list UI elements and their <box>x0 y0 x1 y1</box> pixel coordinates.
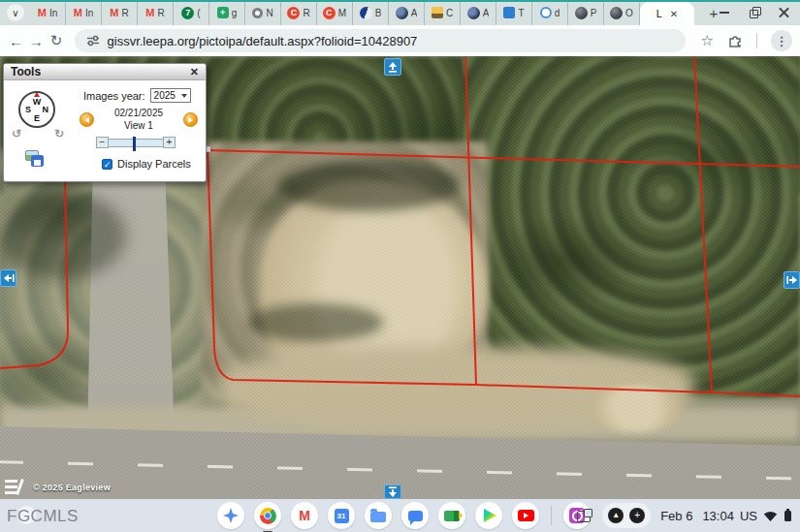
zoom-slider-track[interactable] <box>109 139 163 147</box>
tab-title: A <box>411 8 418 18</box>
gmail-favicon: M <box>145 7 154 18</box>
launcher-button[interactable] <box>217 502 244 529</box>
tab[interactable]: B <box>353 0 389 25</box>
window-controls <box>719 0 790 25</box>
tab-title: g <box>232 8 238 18</box>
tab-list: MIn MIn MR MR 7( +g N CR CM B A C A T d … <box>30 0 694 25</box>
restore-button[interactable] <box>749 7 760 18</box>
minimize-button[interactable] <box>719 7 730 18</box>
compass-letter-top: W <box>33 97 42 107</box>
year-value: 2025 <box>154 90 176 101</box>
rotate-left-icon[interactable]: ↺ <box>12 127 21 141</box>
capture-date: 02/21/2025 <box>114 108 163 120</box>
site-info-icon[interactable] <box>86 34 100 47</box>
compass-rose[interactable]: W S N E ↺ ↻ <box>16 88 60 133</box>
forward-button[interactable]: → <box>28 33 45 49</box>
tab-title: R <box>157 8 164 18</box>
zoom-slider-handle[interactable] <box>133 137 136 151</box>
pan-right-button[interactable] <box>784 271 800 289</box>
tab-title: In <box>49 8 57 18</box>
screen-capture-icon[interactable] <box>577 509 592 522</box>
tab[interactable]: T <box>496 0 532 25</box>
tab[interactable]: d <box>532 0 568 25</box>
chat-app-button[interactable] <box>401 502 429 529</box>
tab-search-button[interactable]: ∨ <box>7 4 24 21</box>
tab-strip: ∨ MIn MIn MR MR 7( +g N CR CM B A C A T … <box>0 0 800 25</box>
eagleview-logo <box>5 480 28 494</box>
url-text: gissvr.leepa.org/pictoipa/default.aspx?f… <box>108 34 418 48</box>
active-tab[interactable]: L ✕ <box>640 2 694 25</box>
tab[interactable]: O <box>604 0 640 25</box>
close-window-button[interactable] <box>779 7 790 18</box>
calendar-app-button[interactable]: 31 <box>328 502 355 529</box>
input-method-indicator: US <box>740 509 757 523</box>
chrome-app-button[interactable] <box>254 502 281 529</box>
tab[interactable]: A <box>461 0 496 25</box>
tab-title: N <box>266 8 272 18</box>
save-image-button[interactable] <box>25 150 45 168</box>
tab[interactable]: +g <box>209 0 245 25</box>
extensions-icon[interactable] <box>727 33 743 48</box>
browser-window: ∨ MIn MIn MR MR 7( +g N CR CM B A C A T … <box>0 0 800 532</box>
tab-title: P <box>591 8 597 18</box>
compass-letter-right: N <box>43 105 49 114</box>
pan-down-button[interactable] <box>384 485 401 499</box>
system-tray[interactable]: 13:04 US <box>702 509 792 523</box>
browser-menu-button[interactable]: ⋮ <box>771 30 792 51</box>
play-triangle-icon <box>484 509 496 522</box>
year-select[interactable]: 2025 <box>150 88 191 103</box>
tab-title: In <box>85 8 93 18</box>
browser-toolbar: ← → ↻ gissvr.leepa.org/pictoipa/default.… <box>0 25 800 56</box>
chevron-down-icon: ∨ <box>12 8 18 18</box>
display-parcels-checkbox[interactable]: ✓ <box>102 159 112 170</box>
doc-favicon <box>503 7 515 18</box>
play-store-app-button[interactable] <box>475 502 502 529</box>
youtube-app-button[interactable] <box>512 502 539 529</box>
display-parcels-row: ✓ Display Parcels <box>102 158 191 170</box>
tab[interactable]: MIn <box>66 0 102 25</box>
compass-letter-bottom: E <box>34 113 40 123</box>
tab[interactable]: CR <box>281 0 317 25</box>
tab[interactable]: MR <box>138 0 174 25</box>
bookmark-star-icon[interactable]: ☆ <box>701 32 714 49</box>
gmail-app-button[interactable]: M <box>291 502 318 529</box>
youtube-icon <box>518 510 534 521</box>
zoom-out-button[interactable]: − <box>96 137 109 148</box>
tab[interactable]: A <box>389 0 425 25</box>
gear-favicon <box>252 8 263 18</box>
tab[interactable]: N <box>245 0 281 25</box>
active-tab-title: L <box>656 8 662 19</box>
pan-left-button[interactable] <box>0 269 16 287</box>
previous-view-button[interactable] <box>80 112 94 127</box>
next-view-button[interactable] <box>183 112 198 127</box>
sphere-favicon <box>575 7 588 19</box>
tab[interactable]: C <box>425 0 461 25</box>
tab[interactable]: CM <box>317 0 353 25</box>
tab[interactable]: 7( <box>174 0 209 25</box>
zoom-slider: − + <box>96 137 176 148</box>
shelf-date[interactable]: Feb 6 <box>660 509 692 523</box>
close-tab-icon[interactable]: ✕ <box>670 9 678 19</box>
arrow-left-icon <box>84 117 89 123</box>
tab[interactable]: MR <box>102 0 138 25</box>
pan-up-button[interactable] <box>384 58 401 76</box>
tab[interactable]: P <box>568 0 604 25</box>
close-panel-icon[interactable]: ✕ <box>190 66 199 78</box>
caret-up-button[interactable]: ▲ <box>608 508 624 523</box>
tab-title: T <box>518 8 524 18</box>
files-app-button[interactable] <box>365 502 392 529</box>
tab-title: M <box>338 8 346 18</box>
reload-button[interactable]: ↻ <box>48 32 65 49</box>
aerial-map-viewport[interactable]: © 2025 Eagleview Tools ✕ W S N E ↺ <box>0 56 800 499</box>
swirl-favicon <box>360 7 372 19</box>
tab-title: d <box>555 8 560 18</box>
address-bar[interactable]: gissvr.leepa.org/pictoipa/default.aspx?f… <box>75 29 686 52</box>
add-button[interactable]: + <box>629 508 645 523</box>
dropdown-arrow-icon <box>181 94 187 98</box>
back-button[interactable]: ← <box>8 33 24 49</box>
meet-app-button[interactable] <box>438 502 465 529</box>
tab[interactable]: MIn <box>30 0 66 25</box>
tools-panel-header[interactable]: Tools ✕ <box>4 64 206 80</box>
rotate-right-icon[interactable]: ↻ <box>54 127 64 141</box>
zoom-in-button[interactable]: + <box>163 137 176 148</box>
